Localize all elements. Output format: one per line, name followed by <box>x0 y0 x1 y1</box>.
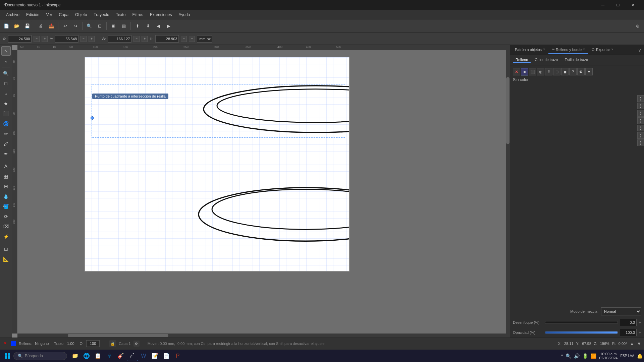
zoom-tool[interactable]: 🔍 <box>1 69 11 78</box>
h-scrollbar[interactable] <box>17 334 510 338</box>
y-plus-btn[interactable]: + <box>89 36 95 42</box>
panel-edge-icon-2[interactable]: ⟩ <box>637 103 644 109</box>
select-tool[interactable]: ↖ <box>1 46 11 56</box>
taskbar-app-1[interactable]: 📋 <box>93 351 103 361</box>
align-top-btn[interactable]: ⬆ <box>133 21 142 31</box>
print-btn[interactable]: 🖨 <box>36 21 46 31</box>
ellipse-bottom-outer[interactable] <box>199 188 349 241</box>
h-scroll-thumb[interactable] <box>68 334 168 337</box>
ungroup-btn[interactable]: ▤ <box>119 21 128 31</box>
ellipse-top-inner[interactable] <box>217 89 349 123</box>
menu-ayuda[interactable]: Ayuda <box>175 11 193 18</box>
subtab-color-trazo[interactable]: Color de trazo <box>532 57 560 63</box>
open-btn[interactable]: 📂 <box>12 21 21 31</box>
menu-extensiones[interactable]: Extensiones <box>147 11 175 18</box>
tab-exportar-close[interactable]: × <box>611 48 613 51</box>
fill-unset-btn[interactable]: ☯ <box>577 68 585 75</box>
tab-relleno-close[interactable]: × <box>583 48 585 51</box>
zoom-down-btn[interactable]: ▼ <box>637 341 641 346</box>
spiral-tool[interactable]: 🌀 <box>1 119 11 128</box>
w-minus-btn[interactable]: − <box>133 36 140 42</box>
snap-btn[interactable]: ⊕ <box>633 21 642 31</box>
fill-radial-btn[interactable]: ◎ <box>537 68 544 75</box>
align-mid-btn[interactable]: ⬇ <box>143 21 153 31</box>
subtab-relleno[interactable]: Relleno <box>513 57 531 63</box>
tab-exportar[interactable]: ⬡ Exportar × <box>588 46 616 54</box>
taskbar-acrobat[interactable]: 📄 <box>161 351 172 361</box>
x-minus-btn[interactable]: − <box>34 36 40 42</box>
h-input[interactable] <box>155 35 179 43</box>
panel-edge-icon-7[interactable]: ⟩ <box>637 139 644 146</box>
tab-relleno-borde[interactable]: ✏ Relleno y borde × <box>548 46 588 54</box>
minimize-button[interactable]: ─ <box>595 0 610 10</box>
add-panel-tab-btn[interactable]: ∨ <box>637 46 643 54</box>
system-clock[interactable]: 10:00 a.m. 02/10/2024 <box>599 352 618 360</box>
taskbar-app-3[interactable]: 🎸 <box>115 351 126 361</box>
taskbar-word[interactable]: W <box>138 351 149 361</box>
menu-texto[interactable]: Texto <box>113 11 129 18</box>
taskbar-powerpoint[interactable]: P <box>172 351 183 361</box>
calligraphy-tool[interactable]: ✒ <box>1 149 11 159</box>
opacity-track[interactable] <box>545 331 618 334</box>
menu-filtros[interactable]: Filtros <box>129 11 147 18</box>
speaker-icon[interactable]: 🔊 <box>574 353 580 359</box>
save-btn[interactable]: 💾 <box>22 21 32 31</box>
menu-trayecto[interactable]: Trayecto <box>90 11 112 18</box>
star-tool[interactable]: ★ <box>1 99 11 108</box>
pen-tool[interactable]: 🖊 <box>1 139 11 148</box>
maximize-button[interactable]: □ <box>610 0 626 10</box>
align-right-btn[interactable]: ▶ <box>164 21 173 31</box>
fill-mesh-btn[interactable]: # <box>545 68 552 75</box>
close-button[interactable]: ✕ <box>626 0 641 10</box>
h-minus-btn[interactable]: − <box>181 36 187 42</box>
eraser-tool[interactable]: ⌫ <box>1 222 11 231</box>
fill-pattern-btn[interactable]: ⊞ <box>553 68 560 75</box>
wifi-icon[interactable]: 📶 <box>591 353 596 359</box>
mesh-tool[interactable]: ⊞ <box>1 182 11 191</box>
drawing-page[interactable]: Punto de cuadrante a intersección de rej… <box>85 57 350 272</box>
menu-archivo[interactable]: Archivo <box>3 11 23 18</box>
taskbar-chrome[interactable]: 🌐 <box>81 351 92 361</box>
fill-heart-btn[interactable]: ♥ <box>585 68 593 75</box>
taskbar-app-2[interactable]: ⚛ <box>104 351 115 361</box>
battery-icon[interactable]: 🔋 <box>582 353 588 359</box>
fill-linear-btn[interactable]: ⬛ <box>529 68 536 75</box>
text-tool[interactable]: A <box>1 162 11 171</box>
lock-btn[interactable]: 🔒 <box>109 340 116 347</box>
network-icon[interactable]: 🔍 <box>566 353 571 359</box>
redo-btn[interactable]: ↪ <box>71 21 80 31</box>
v-scrollbar[interactable] <box>506 50 510 334</box>
blur-add-btn[interactable]: + <box>639 320 641 325</box>
menu-ver[interactable]: Ver <box>43 11 55 18</box>
v-scroll-thumb[interactable] <box>506 77 509 144</box>
menu-capa[interactable]: Capa <box>55 11 72 18</box>
layer-settings-btn[interactable]: ⚙ <box>133 341 140 347</box>
fill-swatch-x[interactable] <box>3 341 8 346</box>
x-plus-btn[interactable]: + <box>42 36 48 42</box>
blur-track[interactable] <box>545 321 618 324</box>
fill-swatch-btn[interactable]: ◼ <box>561 68 569 75</box>
menu-edicion[interactable]: Edición <box>23 11 43 18</box>
rect-tool[interactable]: □ <box>1 79 11 88</box>
system-tray-arrow[interactable]: ^ <box>561 354 563 358</box>
y-minus-btn[interactable]: − <box>80 36 87 42</box>
paint-bucket-tool[interactable]: 🪣 <box>1 202 11 211</box>
fill-unknown-btn[interactable]: ? <box>569 68 577 75</box>
gradient-tool[interactable]: ▦ <box>1 172 11 181</box>
tab-patron-close[interactable]: × <box>543 48 545 51</box>
fill-solid-btn[interactable]: ■ <box>521 68 528 75</box>
node-tool[interactable]: ⬦ <box>1 56 11 66</box>
panel-edge-icon-5[interactable]: ⟩ <box>637 125 644 131</box>
tab-patron-objetos[interactable]: Patrón a objetos × <box>512 46 548 54</box>
w-plus-btn[interactable]: + <box>142 36 148 42</box>
y-input[interactable] <box>55 35 78 43</box>
zoom-in-btn[interactable]: 🔍 <box>85 21 94 31</box>
zoom-fit-btn[interactable]: ⊡ <box>95 21 104 31</box>
taskbar-app-4[interactable]: 📝 <box>150 351 160 361</box>
spray-tool[interactable]: ⟳ <box>1 212 11 221</box>
pages-tool[interactable]: ⊡ <box>1 244 11 254</box>
dropper-tool[interactable]: 💧 <box>1 192 11 201</box>
blur-value-input[interactable] <box>620 319 637 326</box>
notification-btn[interactable]: 🔔 <box>637 353 643 359</box>
measure-tool[interactable]: 📐 <box>1 254 11 264</box>
